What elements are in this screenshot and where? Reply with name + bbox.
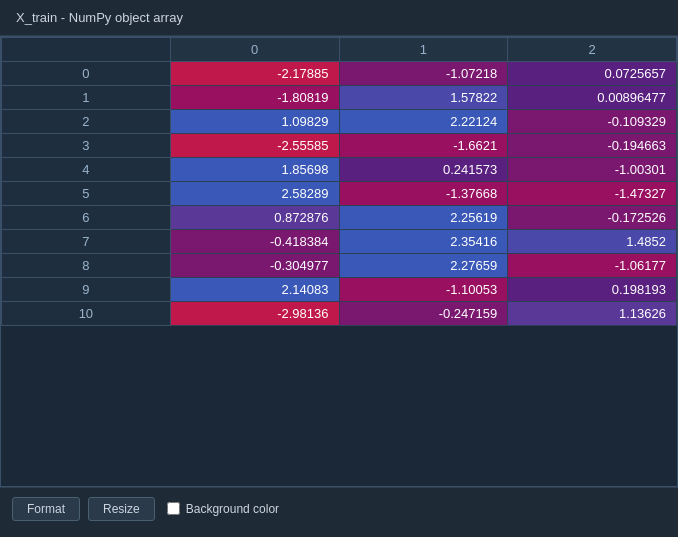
data-table: 0 1 2 0-2.17885-1.072180.07256571-1.8081… xyxy=(1,37,677,326)
header-col-0: 0 xyxy=(170,38,339,62)
table-row: 41.856980.241573-1.00301 xyxy=(2,158,677,182)
table-row: 92.14083-1.100530.198193 xyxy=(2,278,677,302)
table-row: 0-2.17885-1.072180.0725657 xyxy=(2,62,677,86)
table-header: 0 1 2 xyxy=(2,38,677,62)
data-cell: -0.247159 xyxy=(339,302,508,326)
bg-color-checkbox[interactable] xyxy=(167,502,180,515)
data-cell: -1.37668 xyxy=(339,182,508,206)
table-row: 21.098292.22124-0.109329 xyxy=(2,110,677,134)
row-index: 5 xyxy=(2,182,171,206)
window-title: X_train - NumPy object array xyxy=(16,10,183,25)
data-cell: -2.17885 xyxy=(170,62,339,86)
header-col-1: 1 xyxy=(339,38,508,62)
data-cell: -1.07218 xyxy=(339,62,508,86)
data-cell: 1.85698 xyxy=(170,158,339,182)
data-cell: 0.241573 xyxy=(339,158,508,182)
table-container[interactable]: 0 1 2 0-2.17885-1.072180.07256571-1.8081… xyxy=(0,36,678,487)
row-index: 6 xyxy=(2,206,171,230)
header-col-2: 2 xyxy=(508,38,677,62)
bg-color-text: Background color xyxy=(186,502,279,516)
data-cell: 2.25619 xyxy=(339,206,508,230)
table-row: 7-0.4183842.354161.4852 xyxy=(2,230,677,254)
data-cell: -2.55585 xyxy=(170,134,339,158)
row-index: 1 xyxy=(2,86,171,110)
table-row: 52.58289-1.37668-1.47327 xyxy=(2,182,677,206)
data-cell: 1.13626 xyxy=(508,302,677,326)
data-cell: 0.198193 xyxy=(508,278,677,302)
data-cell: -0.194663 xyxy=(508,134,677,158)
row-index: 9 xyxy=(2,278,171,302)
row-index: 10 xyxy=(2,302,171,326)
row-index: 4 xyxy=(2,158,171,182)
data-cell: 2.22124 xyxy=(339,110,508,134)
row-index: 2 xyxy=(2,110,171,134)
data-cell: -0.418384 xyxy=(170,230,339,254)
data-cell: -1.47327 xyxy=(508,182,677,206)
table-row: 10-2.98136-0.2471591.13626 xyxy=(2,302,677,326)
data-cell: 1.4852 xyxy=(508,230,677,254)
data-cell: 0.00896477 xyxy=(508,86,677,110)
data-cell: 2.58289 xyxy=(170,182,339,206)
table-row: 1-1.808191.578220.00896477 xyxy=(2,86,677,110)
data-cell: 2.35416 xyxy=(339,230,508,254)
format-button[interactable]: Format xyxy=(12,497,80,521)
table-body: 0-2.17885-1.072180.07256571-1.808191.578… xyxy=(2,62,677,326)
footer-bar: Format Resize Background color xyxy=(0,487,678,529)
resize-button[interactable]: Resize xyxy=(88,497,155,521)
data-cell: 1.09829 xyxy=(170,110,339,134)
data-cell: 2.27659 xyxy=(339,254,508,278)
data-cell: -1.10053 xyxy=(339,278,508,302)
data-cell: -1.06177 xyxy=(508,254,677,278)
data-cell: -0.304977 xyxy=(170,254,339,278)
table-row: 3-2.55585-1.6621-0.194663 xyxy=(2,134,677,158)
header-index xyxy=(2,38,171,62)
data-cell: -2.98136 xyxy=(170,302,339,326)
data-cell: -1.6621 xyxy=(339,134,508,158)
bg-color-label: Background color xyxy=(167,502,279,516)
data-cell: -1.00301 xyxy=(508,158,677,182)
data-cell: -0.109329 xyxy=(508,110,677,134)
header-row: 0 1 2 xyxy=(2,38,677,62)
data-cell: 2.14083 xyxy=(170,278,339,302)
title-bar: X_train - NumPy object array xyxy=(0,0,678,36)
row-index: 0 xyxy=(2,62,171,86)
data-cell: 1.57822 xyxy=(339,86,508,110)
row-index: 7 xyxy=(2,230,171,254)
row-index: 8 xyxy=(2,254,171,278)
data-cell: -0.172526 xyxy=(508,206,677,230)
row-index: 3 xyxy=(2,134,171,158)
data-cell: 0.0725657 xyxy=(508,62,677,86)
table-row: 8-0.3049772.27659-1.06177 xyxy=(2,254,677,278)
data-cell: -1.80819 xyxy=(170,86,339,110)
table-row: 60.8728762.25619-0.172526 xyxy=(2,206,677,230)
data-cell: 0.872876 xyxy=(170,206,339,230)
